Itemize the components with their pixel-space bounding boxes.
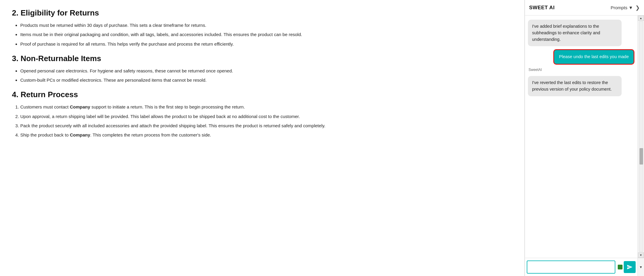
messages-area: I've added brief explanations to the sub…: [525, 15, 644, 258]
message-text: Please undo the last edits you made: [559, 54, 629, 59]
prompts-label: Prompts: [611, 5, 627, 10]
list-item: Proof of purchase is required for all re…: [20, 41, 512, 47]
send-icon: [627, 264, 633, 270]
list-item: Opened personal care electronics. For hy…: [20, 67, 512, 74]
list-item: Upon approval, a return shipping label w…: [20, 113, 512, 120]
input-side-dropdown[interactable]: ▼: [637, 258, 644, 276]
send-button[interactable]: [624, 261, 636, 273]
input-side-arrow-icon: ▼: [639, 265, 643, 269]
section3-list: Opened personal care electronics. For hy…: [20, 67, 512, 84]
section3-heading: 3. Non-Returnable Items: [12, 54, 512, 63]
scroll-up-button[interactable]: ▲: [638, 15, 644, 21]
messages-scroll: I've added brief explanations to the sub…: [525, 15, 637, 258]
green-square-indicator: [618, 265, 623, 269]
assistant-message: I've added brief explanations to the sub…: [528, 20, 622, 46]
prompts-dropdown-icon: ▼: [628, 5, 633, 10]
messages-scrollbar: ▲ ▼: [637, 15, 644, 258]
scroll-track[interactable]: [639, 21, 643, 252]
chat-input[interactable]: [527, 261, 615, 274]
section4-heading: 4. Return Process: [12, 90, 512, 99]
input-area: ▼: [525, 258, 644, 276]
sender-label: SweetAI: [528, 68, 634, 72]
content-panel: 2. Eligibility for Returns Products must…: [0, 0, 525, 276]
scroll-down-button[interactable]: ▼: [638, 252, 644, 258]
prompts-button[interactable]: Prompts ▼: [611, 5, 633, 10]
ai-panel: SWEET AI Prompts ▼ ❯ I've added brief ex…: [525, 0, 644, 276]
section2-list: Products must be returned within 30 days…: [20, 22, 512, 47]
scroll-thumb[interactable]: [640, 148, 643, 165]
user-message: Please undo the last edits you made: [553, 49, 634, 65]
list-item: Custom-built PCs or modified electronics…: [20, 77, 512, 83]
input-inner: [525, 258, 637, 276]
section4-list: Customers must contact Company support t…: [20, 103, 512, 138]
list-item: Customers must contact Company support t…: [20, 103, 512, 110]
ai-header: SWEET AI Prompts ▼ ❯: [525, 0, 644, 15]
list-item: Items must be in their original packagin…: [20, 31, 512, 38]
section2-heading: 2. Eligibility for Returns: [12, 8, 512, 18]
panel-collapse-button[interactable]: ❯: [635, 4, 640, 11]
list-item: Pack the product securely with all inclu…: [20, 122, 512, 129]
list-item: Ship the product back to Company. This c…: [20, 131, 512, 138]
message-text: I've added brief explanations to the sub…: [532, 24, 600, 42]
message-text: I've reverted the last edits to restore …: [532, 80, 612, 92]
assistant-message: I've reverted the last edits to restore …: [528, 76, 622, 96]
list-item: Products must be returned within 30 days…: [20, 22, 512, 29]
ai-title: SWEET AI: [529, 5, 611, 11]
